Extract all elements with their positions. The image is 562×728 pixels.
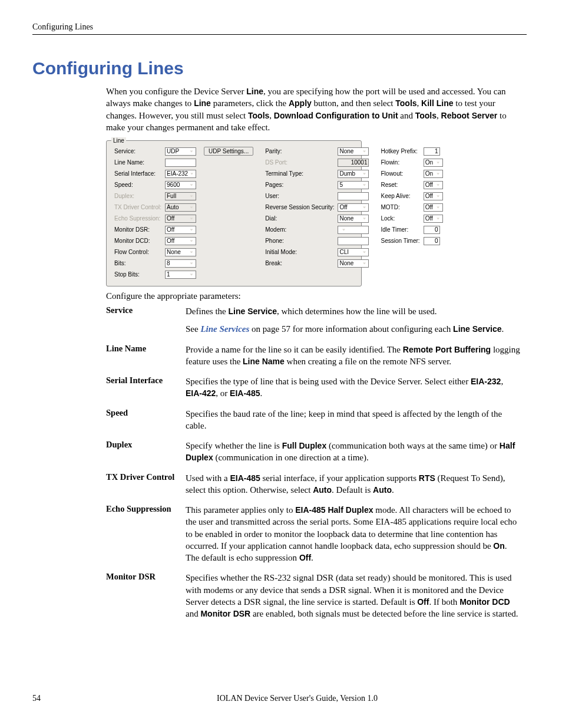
intro-paragraph: When you configure the Device Server Lin… [106,85,521,133]
initial-mode-select[interactable]: CLI [338,248,369,256]
page-title: Configuring Lines [32,58,527,78]
udp-settings-button[interactable]: UDP Settings... [204,147,253,156]
speed-select[interactable]: 9600 [165,181,196,189]
line-name-input[interactable] [165,159,196,167]
footer: 54 IOLAN Device Server User's Guide, Ver… [32,694,527,703]
reverse-session-security-select[interactable]: Off [338,203,369,212]
row-duplex: Duplex Specify whether the line is Full … [106,436,521,468]
service-select[interactable]: UDP [165,147,196,156]
row-echo-suppression: Echo Suppression This parameter applies … [106,500,521,568]
form-column-3: Hotkey Prefix:1 Flowin:On Flowout:On Res… [379,146,444,246]
content: When you configure the Device Server Lin… [106,85,521,624]
break-select[interactable]: None [338,259,369,268]
line-form-screenshot: Line Service:UDPUDP Settings... Line Nam… [106,140,362,286]
echo-supression-select: Off [165,215,196,223]
footer-title: IOLAN Device Server User's Guide, Versio… [68,694,527,703]
reset-select[interactable]: Off [424,181,443,189]
page: Configuring Lines Configuring Lines When… [0,0,562,728]
motd-select[interactable]: Off [424,203,443,212]
user-input[interactable] [338,192,369,200]
monitor-dsr-select[interactable]: Off [165,226,196,234]
tx-driver-select: Auto [165,203,196,212]
row-speed: Speed Specifies the baud rate of the lin… [106,404,521,436]
row-serial-interface: Serial Interface Specifies the type of l… [106,371,521,404]
idle-timer-input[interactable]: 0 [424,226,440,234]
row-service: Service Defines the Line Service, which … [106,301,521,340]
pages-select[interactable]: 5 [338,181,369,189]
parity-select[interactable]: None [338,147,369,156]
row-tx-driver-control: TX Driver Control Used with a EIA-485 se… [106,468,521,500]
keep-alive-select[interactable]: Off [424,192,443,200]
row-monitor-dsr: Monitor DSR Specifies whether the RS-232… [106,568,521,624]
bits-select[interactable]: 8 [165,259,196,268]
terminal-type-select[interactable]: Dumb [338,170,369,178]
duplex-select: Full [165,192,196,200]
flowin-select[interactable]: On [424,159,443,167]
phone-input[interactable] [338,237,369,245]
flow-control-select[interactable]: None [165,248,196,256]
modem-select[interactable] [338,226,369,234]
dial-select[interactable]: None [338,215,369,223]
fieldset-legend: Line [111,137,126,144]
serial-interface-select[interactable]: EIA-232 [165,170,196,178]
rule [32,34,527,35]
row-line-name: Line Name Provide a name for the line so… [106,340,521,372]
form-column-1: Service:UDPUDP Settings... Line Name: Se… [113,146,255,280]
page-number: 54 [32,694,68,703]
hotkey-prefix-input[interactable]: 1 [424,147,440,156]
lock-select[interactable]: Off [424,215,443,223]
parameters-lead: Configure the appropriate parameters: [106,291,521,301]
stop-bits-select[interactable]: 1 [165,271,196,279]
monitor-dcd-select[interactable]: Off [165,237,196,245]
running-header: Configuring Lines [32,22,527,32]
line-services-link[interactable]: Line Services [200,324,249,334]
ds-port-input: 10001 [338,159,369,167]
form-column-2: Parity:None DS Port:10001 Terminal Type:… [263,146,371,269]
session-timer-input[interactable]: 0 [424,237,440,245]
parameters-table: Service Defines the Line Service, which … [106,301,521,624]
flowout-select[interactable]: On [424,170,443,178]
